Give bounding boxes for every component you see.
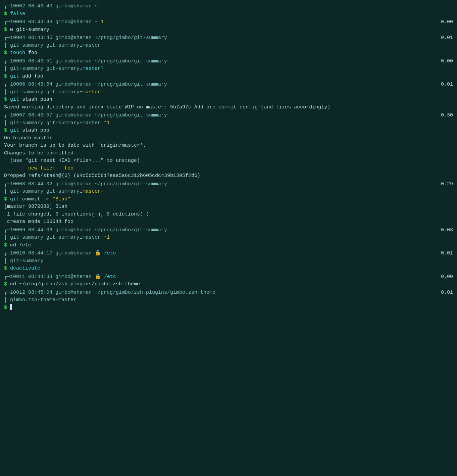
prompt-right-10008: 0.29 bbox=[434, 181, 453, 188]
cmd-10006: $ git stash push bbox=[4, 96, 453, 104]
dollar-10010: $ bbox=[4, 266, 10, 271]
dollar-10005: $ bbox=[4, 74, 10, 79]
output-10007-5: (use "git reset HEAD <file>..." to unsta… bbox=[4, 157, 453, 165]
prompt-text-10003: ┌─10003 08:43:43 gimbo@shaman ~ 1 bbox=[4, 18, 104, 26]
git-file-10005: foo bbox=[34, 74, 43, 79]
cmd-10003: $ w git-summary bbox=[4, 26, 453, 34]
prompt-text-10007: ┌─10007 08:43:57 gimbo@shaman ~/prog/gim… bbox=[4, 112, 167, 120]
new-file-label: new file: foo bbox=[28, 165, 73, 171]
dollar-10002: $ bbox=[4, 11, 10, 17]
output-10006-1: Saved working directory and index state … bbox=[4, 104, 453, 111]
prompt-header-10007: ┌─10007 08:43:57 gimbo@shaman ~/prog/gim… bbox=[4, 112, 453, 120]
subprompt-base-10006: │ git-summary git-summary± bbox=[4, 89, 83, 95]
false-cmd: false bbox=[10, 11, 25, 17]
stash-count-10007: *1 bbox=[104, 120, 110, 126]
cmd-10010: $ deactivate bbox=[4, 265, 453, 273]
cd-cmd-10009: cd bbox=[10, 242, 19, 248]
subprompt-base-10009: │ git-summary git-summary±master bbox=[4, 235, 104, 240]
prompt-text-10008: ┌─10008 08:44:02 gimbo@shaman ~/prog/gim… bbox=[4, 181, 167, 188]
cmd-10004: $ touch foo bbox=[4, 49, 453, 57]
prompt-right-10010: 0.01 bbox=[434, 250, 453, 257]
prompt-text-10012: ┌─10012 08:45:04 gimbo@shaman ~/prog/gim… bbox=[4, 289, 215, 297]
git-args-10006: stash push bbox=[19, 97, 52, 102]
cmd-10011: $ cd ~/prog/gimbo/zsh-plugins/gimbo.zsh-… bbox=[4, 281, 453, 288]
ahead-10009: ↑1 bbox=[104, 235, 110, 240]
subprompt-base-10005: │ git-summary git-summary± bbox=[4, 66, 83, 72]
dollar-10006: $ bbox=[4, 97, 10, 102]
path-10010: /etc bbox=[104, 250, 116, 256]
cmd-10008: $ git commit -m "Blah" bbox=[4, 196, 453, 203]
output-10008-3: create mode 100644 foo bbox=[4, 218, 453, 226]
git-args-10007: stash pop bbox=[19, 128, 49, 133]
cmd-10002: $ false bbox=[4, 10, 453, 18]
block-10002: ┌─10002 08:43:40 gimbo@shaman ~ $ false bbox=[4, 3, 453, 18]
block-10007: ┌─10007 08:43:57 gimbo@shaman ~/prog/gim… bbox=[4, 112, 453, 180]
subprompt-10004: │ git-summary git-summary±master bbox=[4, 42, 453, 50]
subprompt-10012: │ gimbo.zsh-theme±master bbox=[4, 296, 453, 304]
cd-path-10009: /etc bbox=[19, 242, 31, 248]
dollar-10007: $ bbox=[4, 128, 10, 133]
subprompt-10005: │ git-summary git-summary±master? bbox=[4, 65, 453, 73]
prompt-header-10004: ┌─10004 08:43:45 gimbo@shaman ~/prog/gim… bbox=[4, 34, 453, 42]
output-10007-9: Dropped refs/stash@{0} (94c5d5d5617eaa5a… bbox=[4, 172, 453, 180]
cmd-10007: $ git stash pop bbox=[4, 127, 453, 135]
output-10008-1: [master 9872089] Blah bbox=[4, 203, 453, 211]
subprompt-base-10008: │ git-summary git-summary± bbox=[4, 189, 83, 194]
prompt-text-10010: ┌─10010 08:44:17 gimbo@shaman 🔒 /etc bbox=[4, 250, 116, 257]
touch-cmd: touch bbox=[10, 50, 25, 56]
block-10008: ┌─10008 08:44:02 gimbo@shaman ~/prog/gim… bbox=[4, 181, 453, 226]
prompt-text-10011: ┌─10011 08:44:33 gimbo@shaman 🔒 /etc bbox=[4, 273, 116, 281]
subprompt-10010: │ git-summary bbox=[4, 257, 453, 265]
prompt-header-10005: ┌─10005 08:43:51 gimbo@shaman ~/prog/gim… bbox=[4, 58, 453, 65]
branch-10006: master+ bbox=[83, 89, 104, 95]
cursor-10012: ▋ bbox=[10, 305, 13, 311]
block-10005: ┌─10005 08:43:51 gimbo@shaman ~/prog/gim… bbox=[4, 58, 453, 81]
commit-msg-10008: "Blah" bbox=[52, 196, 70, 202]
branch-10008: master+ bbox=[83, 189, 104, 194]
git-cmd-10006: git bbox=[10, 97, 19, 102]
git-cmd-10008: git bbox=[10, 196, 19, 202]
prompt-text-10009: ┌─10009 08:44:06 gimbo@shaman ~/prog/gim… bbox=[4, 227, 167, 234]
dollar-10012: $ bbox=[4, 305, 10, 311]
exit-code-10003: 1 bbox=[101, 19, 104, 25]
cd-cmd-10011: cd ~/prog/gimbo/zsh-plugins/gimbo.zsh-th… bbox=[10, 281, 140, 287]
subprompt-10008: │ git-summary git-summary±master+ bbox=[4, 188, 453, 196]
terminal: ┌─10002 08:43:40 gimbo@shaman ~ $ false … bbox=[4, 3, 453, 312]
cmd-10009: $ cd /etc bbox=[4, 242, 453, 249]
prompt-header-10008: ┌─10008 08:44:02 gimbo@shaman ~/prog/gim… bbox=[4, 181, 453, 188]
block-10011: ┌─10011 08:44:33 gimbo@shaman 🔒 /etc 0.0… bbox=[4, 273, 453, 288]
cmd-text-10003: w git-summary bbox=[10, 27, 49, 33]
prompt-right-10003: 0.00 bbox=[434, 18, 453, 26]
prompt-right-10012: 0.01 bbox=[434, 289, 453, 297]
subprompt-base-10007: │ git-summary git-summary±master bbox=[4, 120, 104, 126]
output-10007-2: Your branch is up to date with 'origin/m… bbox=[4, 142, 453, 150]
touch-arg: foo bbox=[25, 50, 37, 56]
prompt-text-10004: ┌─10004 08:43:45 gimbo@shaman ~/prog/gim… bbox=[4, 34, 167, 42]
path-10011: /etc bbox=[104, 274, 116, 280]
git-args-10008: commit -m bbox=[19, 196, 52, 202]
output-10007-7: new file: foo bbox=[4, 165, 453, 173]
subprompt-10009: │ git-summary git-summary±master ↑1 bbox=[4, 234, 453, 242]
deactivate-cmd: deactivate bbox=[10, 266, 40, 271]
git-cmd-10005: git bbox=[10, 74, 19, 79]
subprompt-10007: │ git-summary git-summary±master *1 bbox=[4, 120, 453, 127]
dollar-10004: $ bbox=[4, 50, 10, 56]
prompt-right-10009: 0.03 bbox=[434, 227, 453, 234]
block-10004: ┌─10004 08:43:45 gimbo@shaman ~/prog/gim… bbox=[4, 34, 453, 57]
prompt-text-10002: ┌─10002 08:43:40 gimbo@shaman ~ bbox=[4, 3, 98, 10]
output-10007-1: On branch master bbox=[4, 135, 453, 142]
dollar-10008: $ bbox=[4, 196, 10, 202]
block-10003: ┌─10003 08:43:43 gimbo@shaman ~ 1 0.00 $… bbox=[4, 18, 453, 34]
dollar-10009: $ bbox=[4, 242, 10, 248]
block-10012: ┌─10012 08:45:04 gimbo@shaman ~/prog/gim… bbox=[4, 289, 453, 312]
branch-10005: master? bbox=[83, 66, 104, 72]
prompt-right-10005: 0.00 bbox=[434, 58, 453, 65]
subprompt-10006: │ git-summary git-summary±master+ bbox=[4, 89, 453, 96]
prompt-header-10009: ┌─10009 08:44:06 gimbo@shaman ~/prog/gim… bbox=[4, 227, 453, 234]
prompt-header-10011: ┌─10011 08:44:33 gimbo@shaman 🔒 /etc 0.0… bbox=[4, 273, 453, 281]
prompt-right-10004: 0.01 bbox=[434, 34, 453, 42]
prompt-right-10006: 0.01 bbox=[434, 81, 453, 89]
cmd-10012: $ ▋ bbox=[4, 304, 453, 312]
prompt-right-10011: 0.00 bbox=[434, 273, 453, 281]
block-10009: ┌─10009 08:44:06 gimbo@shaman ~/prog/gim… bbox=[4, 227, 453, 249]
